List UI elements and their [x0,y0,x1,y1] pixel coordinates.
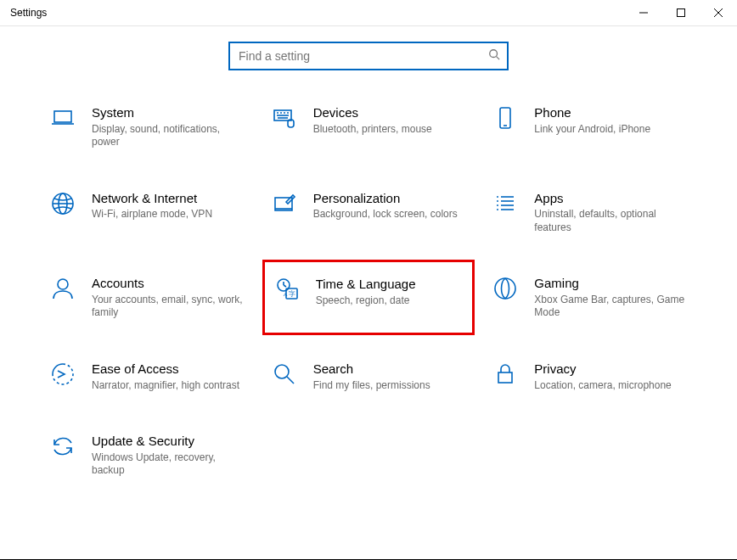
tile-gaming[interactable]: Gaming Xbox Game Bar, captures, Game Mod… [483,270,696,325]
window-title: Settings [10,7,625,19]
tile-ease-of-access[interactable]: Ease of Access Narrator, magnifier, high… [41,356,254,397]
tile-personalization[interactable]: Personalization Background, lock screen,… [262,185,475,240]
svg-point-4 [490,50,498,58]
tile-privacy[interactable]: Privacy Location, camera, microphone [483,356,696,397]
laptop-icon [48,104,78,135]
keyboard-icon [269,104,300,135]
tile-desc: Bluetooth, printers, mouse [313,123,432,137]
svg-point-31 [58,279,68,289]
tile-label: Search [313,361,430,378]
globe-icon [48,190,78,221]
tile-desc: Wi-Fi, airplane mode, VPN [92,208,212,221]
tile-desc: Speech, region, date [316,294,416,308]
tile-label: Network & Internet [92,190,212,207]
tile-label: Apps [534,190,687,207]
search-input[interactable] [237,48,488,64]
paintbrush-icon [269,190,300,221]
tile-label: Devices [313,104,432,121]
tile-label: Time & Language [316,276,416,293]
svg-point-38 [495,278,515,299]
lock-icon [490,361,520,391]
time-language-icon: 字 A [272,276,302,306]
list-icon [490,190,520,221]
svg-line-34 [284,285,286,287]
tile-update-security[interactable]: Update & Security Windows Update, recove… [41,428,254,483]
maximize-button[interactable] [662,0,700,25]
svg-rect-6 [54,111,71,122]
tile-desc: Location, camera, microphone [534,379,671,393]
minimize-button[interactable] [625,0,662,25]
tile-desc: Background, lock screen, colors [313,208,458,221]
gaming-icon [490,275,520,305]
svg-text:字: 字 [288,290,295,298]
tile-label: System [92,104,245,121]
tile-apps[interactable]: Apps Uninstall, defaults, optional featu… [483,185,696,240]
tile-label: Accounts [92,275,245,292]
tile-desc: Display, sound, notifications, power [92,123,245,149]
tile-label: Personalization [313,190,458,207]
tile-desc: Your accounts, email, sync, work, family [92,294,245,320]
tile-network[interactable]: Network & Internet Wi-Fi, airplane mode,… [41,185,254,240]
svg-line-40 [287,377,294,384]
tile-label: Phone [534,104,650,121]
tile-system[interactable]: System Display, sound, notifications, po… [41,99,254,154]
tile-desc: Uninstall, defaults, optional features [534,208,687,234]
svg-rect-41 [498,372,512,383]
person-icon [48,275,78,305]
tile-label: Gaming [534,275,687,292]
sync-icon [48,433,78,463]
search-box[interactable] [228,42,509,70]
tile-label: Update & Security [92,433,245,450]
ease-of-access-icon [48,361,78,391]
tile-devices[interactable]: Devices Bluetooth, printers, mouse [262,99,475,154]
tile-desc: Xbox Game Bar, captures, Game Mode [534,294,687,320]
svg-point-39 [275,365,289,378]
svg-text:A: A [283,291,287,298]
tile-desc: Narrator, magnifier, high contrast [92,379,239,393]
title-bar: Settings [0,0,737,26]
phone-icon [490,104,520,135]
tile-phone[interactable]: Phone Link your Android, iPhone [483,99,696,154]
tile-label: Privacy [534,361,671,378]
close-button[interactable] [700,0,737,25]
svg-line-5 [497,57,500,60]
tile-desc: Find my files, permissions [313,379,430,393]
tile-desc: Windows Update, recovery, backup [92,451,245,478]
tile-label: Ease of Access [92,361,239,378]
tile-time-language[interactable]: 字 A Time & Language Speech, region, date [262,260,475,335]
svg-rect-1 [678,9,685,17]
tile-accounts[interactable]: Accounts Your accounts, email, sync, wor… [41,270,254,325]
magnifier-icon [269,361,300,391]
search-icon [488,48,500,64]
tile-search[interactable]: Search Find my files, permissions [262,356,475,397]
tile-desc: Link your Android, iPhone [534,123,650,137]
